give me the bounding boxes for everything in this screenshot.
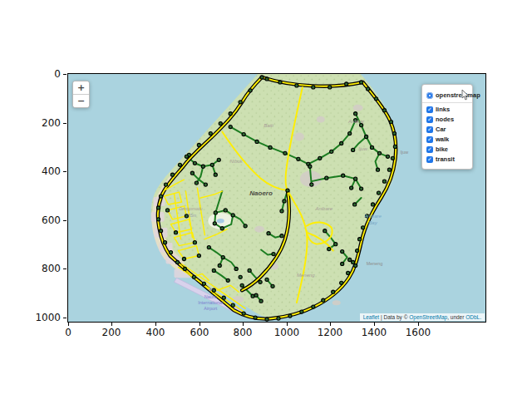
leaflet-zoom-control: + −: [72, 81, 90, 108]
overlay-transit[interactable]: ✓ transit: [426, 155, 468, 163]
checkbox-checked-icon[interactable]: ✓: [426, 146, 433, 153]
x-tick-mark: [418, 323, 419, 326]
matplotlib-figure: 0 200 400 600 800 1000 1200 1400 1600 0 …: [0, 0, 532, 399]
overlay-label: nodes: [436, 116, 454, 123]
label-meneng-coast: Meneng: [367, 261, 383, 266]
label-anabar: Anabar: [347, 119, 365, 124]
x-tick-mark: [330, 323, 331, 326]
y-tick-label: 0: [27, 68, 61, 80]
overlay-label: walk: [436, 135, 449, 143]
leaflet-link[interactable]: Leaflet: [363, 314, 380, 320]
label-denigomodu: Denigomodu: [179, 207, 202, 211]
y-tick-label: 800: [27, 263, 61, 274]
label-country: Naoero: [249, 190, 273, 197]
y-tick-mark: [63, 220, 66, 221]
mouse-cursor-icon: [461, 90, 469, 101]
checkbox-checked-icon[interactable]: ✓: [426, 156, 433, 163]
y-tick-label: 200: [27, 117, 61, 129]
label-airport: Airport: [204, 306, 218, 311]
overlay-label: links: [436, 106, 450, 113]
odbl-link[interactable]: ODbL.: [466, 314, 481, 320]
x-tick-label: 1600: [400, 327, 436, 338]
x-tick-mark: [111, 323, 112, 326]
x-tick-label: 1400: [356, 327, 392, 338]
overlay-label: transit: [436, 155, 455, 163]
x-tick-mark: [243, 323, 244, 326]
x-tick-label: 1000: [268, 327, 305, 338]
label-baiti: Baiti: [264, 123, 273, 128]
x-tick-mark: [374, 323, 375, 326]
x-tick-mark: [200, 323, 200, 326]
y-tick-mark: [63, 268, 66, 269]
label-meneng: Meneng: [297, 273, 315, 278]
layers-separator: [422, 102, 472, 103]
checkbox-checked-icon[interactable]: ✓: [426, 106, 433, 113]
x-tick-label: 1200: [312, 327, 348, 338]
label-nibok: Nibok: [230, 159, 244, 164]
base-layer-label: openstreetmap: [436, 91, 480, 99]
x-tick-label: 600: [181, 327, 218, 338]
openstreetmap-link[interactable]: OpenStreetMap: [409, 314, 447, 320]
label-anibare: Anibare: [314, 206, 332, 211]
checkbox-checked-icon[interactable]: ✓: [426, 136, 433, 143]
y-tick-mark: [63, 318, 66, 318]
label-airport: International: [198, 300, 223, 305]
label-ijuw: Ijuw: [358, 146, 367, 151]
label-anibare-bay: Bay: [368, 220, 377, 225]
checkbox-checked-icon[interactable]: ✓: [426, 116, 433, 123]
y-tick-label: 600: [27, 214, 61, 226]
label-airport: Nauru: [204, 294, 217, 299]
y-tick-mark: [63, 123, 66, 124]
overlay-car[interactable]: ✓ Car: [426, 126, 468, 133]
label-elevation: 65m: [189, 214, 197, 218]
airplane-icon: ✈: [208, 287, 213, 293]
x-tick-label: 800: [224, 327, 261, 338]
attribution-text: | Data by ©: [379, 314, 409, 320]
overlay-bike[interactable]: ✓ bike: [426, 145, 468, 153]
radio-selected-icon[interactable]: [426, 92, 433, 99]
x-tick-mark: [68, 323, 69, 326]
label-anibare-bay: Anibare: [363, 214, 382, 219]
label-ijuw-coast: Ijuw: [401, 150, 409, 155]
x-tick-label: 400: [137, 327, 174, 338]
overlay-walk[interactable]: ✓ walk: [426, 135, 468, 143]
buada-lagoon: [217, 219, 224, 224]
checkbox-checked-icon[interactable]: ✓: [426, 126, 433, 133]
x-tick-label: 200: [93, 327, 130, 338]
overlay-label: bike: [436, 145, 448, 153]
x-tick-mark: [287, 323, 288, 326]
map-attribution: Leaflet | Data by © OpenStreetMap, under…: [360, 313, 485, 321]
map-canvas[interactable]: Naoero Baiti Anabar Ijuw Ijuw Nibok Anib…: [67, 73, 486, 323]
overlay-links[interactable]: ✓ links: [426, 106, 468, 113]
y-tick-label: 400: [27, 165, 61, 177]
y-tick-mark: [63, 171, 66, 172]
attribution-text: , under: [447, 314, 466, 320]
x-tick-mark: [155, 323, 156, 326]
zoom-out-button[interactable]: −: [73, 95, 89, 107]
y-tick-mark: [63, 74, 66, 75]
x-tick-label: 0: [50, 327, 86, 338]
overlay-nodes[interactable]: ✓ nodes: [426, 116, 468, 123]
y-tick-label: 1000: [27, 312, 61, 323]
zoom-in-button[interactable]: +: [73, 81, 89, 95]
overlay-label: Car: [436, 126, 446, 133]
